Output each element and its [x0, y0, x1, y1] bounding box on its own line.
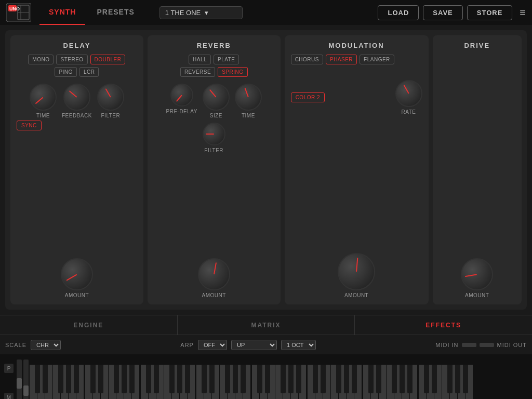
black-key[interactable] — [202, 365, 207, 393]
black-key[interactable] — [241, 365, 246, 393]
reverb-filter-label: FILTER — [204, 148, 223, 153]
reverb-title: REVERB — [197, 42, 231, 49]
menu-icon[interactable]: ≡ — [520, 7, 526, 19]
black-key[interactable] — [257, 365, 262, 393]
arp-select[interactable]: OFFON — [198, 340, 227, 350]
delay-feedback-knob-container: FEEDBACK — [62, 84, 92, 118]
color2-badge[interactable]: COLOR 2 — [291, 92, 325, 102]
delay-time-label: TIME — [36, 113, 50, 118]
black-key[interactable] — [169, 365, 175, 393]
modulation-amount-row: AMOUNT — [338, 253, 375, 298]
black-key[interactable] — [336, 365, 341, 393]
black-key[interactable] — [225, 365, 230, 393]
modulation-rate-knob[interactable] — [395, 80, 422, 107]
store-button[interactable]: STORE — [467, 5, 513, 20]
black-key[interactable] — [58, 365, 63, 393]
black-key[interactable] — [432, 365, 437, 393]
black-key[interactable] — [352, 365, 357, 393]
delay-ping-btn[interactable]: PING — [55, 67, 76, 77]
reverb-hall-btn[interactable]: HALL — [189, 55, 211, 64]
black-key[interactable] — [43, 365, 48, 393]
modulation-title: MODULATION — [328, 42, 384, 49]
delay-amount-knob[interactable] — [61, 258, 93, 290]
modulation-amount-knob[interactable] — [338, 253, 375, 290]
reverb-size-knob[interactable] — [203, 84, 230, 111]
black-key[interactable] — [455, 365, 460, 393]
delay-time-knob[interactable] — [30, 84, 57, 111]
delay-filter-knob[interactable] — [97, 84, 124, 111]
black-key[interactable] — [35, 365, 40, 393]
arp-dir-select[interactable]: UPDOWNUP/DOWN — [231, 340, 277, 350]
reverb-predelay-knob[interactable] — [170, 84, 193, 107]
reverb-time-knob[interactable] — [235, 84, 262, 111]
scale-select[interactable]: CHRMAJMIN — [31, 340, 61, 350]
black-key[interactable] — [233, 365, 238, 393]
arp-label: ARP — [180, 342, 194, 348]
reverb-reverse-btn[interactable]: REVERSE — [180, 67, 215, 77]
delay-stereo-btn[interactable]: STEREO — [56, 55, 87, 64]
reverb-plate-btn[interactable]: PLATE — [214, 55, 239, 64]
black-key[interactable] — [288, 365, 294, 393]
app-logo: UNO — [6, 3, 31, 22]
tab-presets[interactable]: PRESETS — [87, 0, 143, 25]
tab-effects[interactable]: EFFECTS — [355, 315, 532, 335]
drive-amount-knob[interactable] — [461, 258, 493, 290]
black-key[interactable] — [392, 365, 397, 393]
black-key[interactable] — [376, 365, 381, 393]
black-key[interactable] — [177, 365, 182, 393]
scale-label: SCALE — [5, 342, 26, 348]
p-button[interactable]: P — [4, 364, 14, 373]
reverb-amount-knob[interactable] — [198, 258, 230, 290]
delay-feedback-knob[interactable] — [63, 84, 90, 111]
delay-doubler-btn[interactable]: DOUBLER — [90, 55, 126, 64]
black-key[interactable] — [154, 365, 159, 393]
preset-selector[interactable]: 1 THE ONE ▾ — [159, 6, 243, 19]
black-key[interactable] — [66, 365, 71, 393]
black-key[interactable] — [185, 365, 190, 393]
black-key[interactable] — [114, 365, 119, 393]
black-key[interactable] — [463, 365, 468, 393]
tab-matrix[interactable]: MATRIX — [178, 315, 355, 335]
slider-thumb-1[interactable] — [17, 378, 22, 389]
flanger-btn[interactable]: FLANGER — [360, 55, 394, 64]
slider-track-1[interactable] — [17, 360, 22, 399]
black-key[interactable] — [400, 365, 405, 393]
delay-amount-label: AMOUNT — [65, 292, 89, 298]
black-key[interactable] — [209, 365, 215, 393]
black-key[interactable] — [74, 365, 79, 393]
midi-out-bar — [480, 343, 494, 347]
reverb-filter-knob[interactable] — [203, 123, 225, 145]
m-button[interactable]: M — [4, 393, 14, 399]
load-button[interactable]: LOAD — [378, 5, 419, 20]
delay-sync-btn[interactable]: SYNC — [17, 121, 42, 130]
black-key[interactable] — [344, 365, 349, 393]
slider-track-2[interactable] — [23, 360, 29, 399]
black-key[interactable] — [265, 365, 270, 393]
black-key[interactable] — [424, 365, 429, 393]
black-key[interactable] — [129, 365, 135, 393]
black-key[interactable] — [98, 365, 103, 393]
slider-thumb-2[interactable] — [23, 385, 29, 396]
phaser-btn[interactable]: PHASER — [326, 55, 357, 64]
black-key[interactable] — [368, 365, 374, 393]
reverb-spring-btn[interactable]: SPRING — [218, 67, 247, 77]
arp-oct-select[interactable]: 1 OCT2 OCT3 OCT — [281, 340, 316, 350]
tab-engine[interactable]: ENGINE — [0, 315, 178, 335]
black-key[interactable] — [122, 365, 127, 393]
save-button[interactable]: SAVE — [423, 5, 462, 20]
delay-knobs: TIME FEEDBACK FILTER — [30, 84, 124, 118]
black-key[interactable] — [146, 365, 151, 393]
chorus-btn[interactable]: CHORUS — [291, 55, 323, 64]
black-key[interactable] — [90, 365, 96, 393]
dropdown-arrow-icon[interactable]: ▾ — [205, 9, 208, 17]
black-key[interactable] — [407, 365, 413, 393]
black-key[interactable] — [296, 365, 301, 393]
delay-lcr-btn[interactable]: LCR — [79, 67, 99, 77]
reverb-filter-knob-container: FILTER — [203, 123, 225, 153]
black-key[interactable] — [321, 365, 326, 393]
tab-synth[interactable]: SYNTH — [39, 0, 85, 25]
delay-mono-btn[interactable]: MONO — [28, 55, 54, 64]
black-key[interactable] — [281, 365, 286, 393]
black-key[interactable] — [313, 365, 318, 393]
black-key[interactable] — [447, 365, 453, 393]
